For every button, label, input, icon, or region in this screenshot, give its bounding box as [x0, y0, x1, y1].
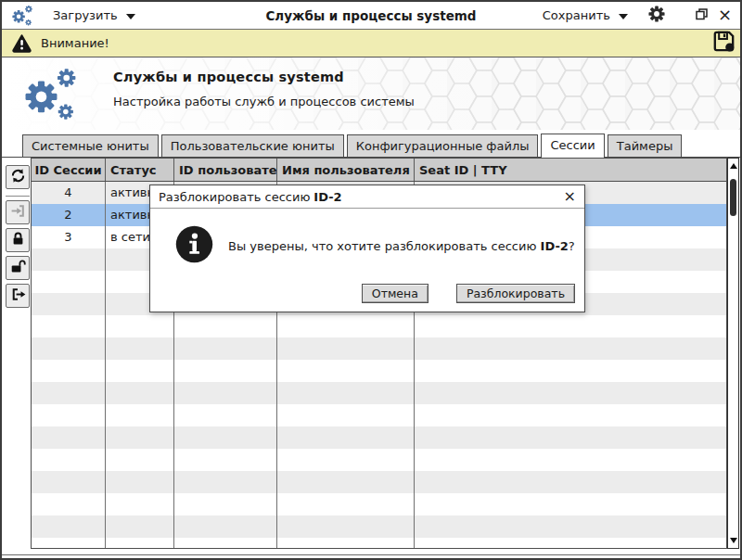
dialog-close-button[interactable]: ×: [564, 190, 576, 203]
scroll-up-button[interactable]: [728, 163, 738, 169]
chevron-down-icon: [126, 14, 135, 19]
dialog-message: Вы уверены, что хотите разблокировать се…: [228, 239, 536, 253]
table-row-empty[interactable]: [32, 360, 726, 382]
scroll-up-arrow-icon: [730, 163, 737, 169]
warning-bar: Внимание!: [2, 30, 740, 57]
cell-session-id: 3: [32, 226, 106, 248]
column-header-seat-tty[interactable]: Seat ID | TTY: [415, 159, 726, 181]
lock-session-button[interactable]: [6, 228, 30, 252]
toolbar-separator: [6, 196, 30, 197]
page-header: Службы и процессы systemd Настройка рабо…: [2, 57, 740, 130]
dialog-message-session-id: ID-2: [541, 239, 569, 253]
page-title: Службы и процессы systemd: [113, 70, 415, 84]
table-row-empty[interactable]: [32, 449, 726, 471]
page-subtitle: Настройка работы служб и процессов систе…: [113, 95, 415, 108]
settings-button[interactable]: [648, 6, 665, 26]
table-row-empty[interactable]: [32, 515, 726, 538]
table-row-empty[interactable]: [32, 493, 726, 515]
unlock-session-button[interactable]: [6, 256, 30, 280]
column-header-session-id[interactable]: ID Сессии: [32, 159, 106, 181]
warning-triangle-icon: [11, 33, 32, 53]
column-header-user-id[interactable]: ID пользователя: [174, 159, 277, 181]
dialog-message-suffix: ?: [569, 239, 575, 253]
restore-icon: [696, 6, 708, 24]
window-title: Службы и процессы systemd: [265, 8, 476, 23]
unlock-session-icon: [10, 259, 26, 278]
terminate-session-icon: [10, 286, 26, 306]
attach-session-button[interactable]: [6, 200, 30, 224]
chevron-down-icon: [619, 14, 628, 19]
lock-session-icon: [10, 231, 26, 250]
tab-bar: Системные юниты Пользовательские юниты К…: [2, 130, 740, 158]
tab-timers[interactable]: Таймеры: [608, 134, 683, 157]
column-header-status[interactable]: Статус: [106, 159, 174, 181]
dialog-title-bar: Разблокировать сессию ID-2 ×: [150, 185, 584, 209]
table-row-empty[interactable]: [32, 315, 726, 337]
dialog-title: Разблокировать сессию: [159, 190, 310, 204]
table-row-empty[interactable]: [32, 404, 726, 426]
unlock-confirm-button[interactable]: Разблокировать: [456, 284, 575, 303]
app-window: Загрузить Службы и процессы systemd Сохр…: [0, 0, 742, 560]
cell-session-id: 4: [32, 182, 106, 204]
refresh-button[interactable]: [6, 165, 30, 189]
save-sessions-button[interactable]: [712, 30, 736, 57]
scroll-down-button[interactable]: [728, 538, 738, 543]
tab-system-units[interactable]: Системные юниты: [22, 134, 159, 157]
tab-user-units[interactable]: Пользовательские юниты: [161, 134, 344, 157]
cell-session-id: 2: [32, 204, 106, 226]
table-row-empty[interactable]: [32, 337, 726, 360]
load-menu-button[interactable]: Загрузить: [53, 8, 135, 22]
title-bar: Загрузить Службы и процессы systemd Сохр…: [2, 2, 740, 30]
attach-session-icon: [10, 203, 26, 223]
tab-config-files[interactable]: Конфигурационные файлы: [347, 134, 539, 157]
table-row-empty[interactable]: [32, 382, 726, 404]
gears-logo-icon: [18, 62, 81, 129]
unlock-session-dialog: Разблокировать сессию ID-2 × Вы уверены,…: [149, 185, 585, 312]
dialog-title-session-id: ID-2: [313, 190, 341, 204]
table-row-empty[interactable]: [32, 426, 726, 449]
floppy-save-icon: [712, 30, 736, 57]
load-menu-label: Загрузить: [53, 8, 118, 22]
refresh-icon: [10, 168, 26, 187]
table-row-empty[interactable]: [32, 538, 726, 549]
terminate-session-button[interactable]: [6, 284, 30, 308]
cancel-button[interactable]: Отмена: [362, 284, 429, 303]
info-icon: [174, 224, 214, 268]
gear-icon: [648, 6, 665, 26]
close-icon: ×: [718, 5, 732, 24]
column-header-user-name[interactable]: Имя пользователя: [277, 159, 415, 181]
table-row-empty[interactable]: [32, 471, 726, 493]
dialog-body: Вы уверены, что хотите разблокировать се…: [150, 209, 584, 268]
warning-label: Внимание!: [41, 36, 109, 50]
table-header-row: ID Сессии Статус ID пользователя Имя пол…: [32, 159, 726, 182]
save-menu-button[interactable]: Сохранить: [543, 8, 628, 22]
save-menu-label: Сохранить: [543, 8, 610, 22]
app-gears-logo-icon: [9, 3, 34, 28]
close-button[interactable]: ×: [718, 6, 732, 24]
sessions-panel: ID Сессии Статус ID пользователя Имя пол…: [2, 158, 740, 558]
vertical-scrollbar[interactable]: [727, 158, 739, 549]
scrollbar-thumb[interactable]: [730, 179, 736, 216]
scroll-down-arrow-icon: [730, 538, 737, 543]
close-icon: ×: [564, 187, 576, 205]
maximize-button[interactable]: [696, 6, 708, 24]
tab-sessions[interactable]: Сессии: [541, 134, 604, 158]
